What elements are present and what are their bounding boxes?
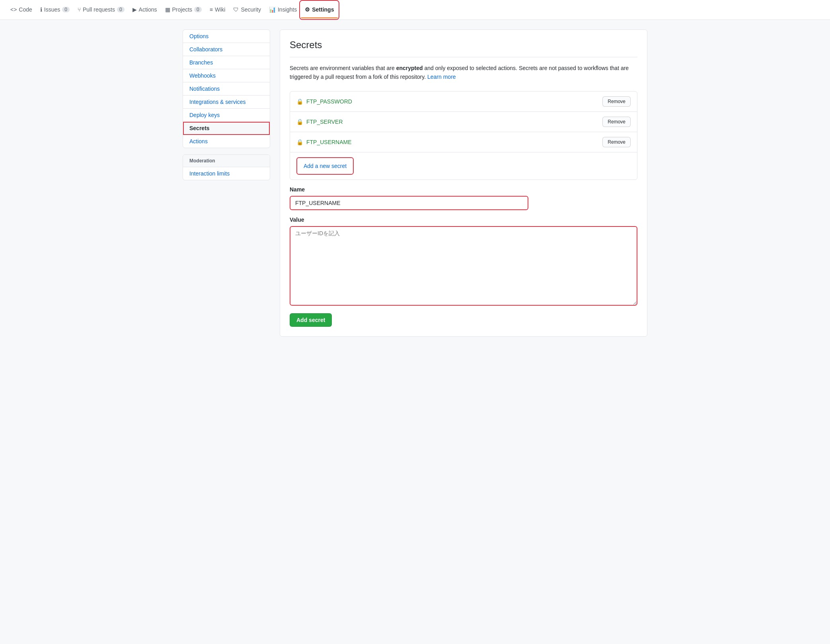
sidebar-item-branches[interactable]: Branches (183, 56, 270, 69)
moderation-header: Moderation (183, 155, 270, 167)
secrets-container: 🔒 FTP_PASSWORD Remove 🔒 FTP_SERVER Remov… (290, 91, 637, 180)
projects-badge: 0 (194, 7, 202, 12)
sidebar-item-integrations[interactable]: Integrations & services (183, 96, 270, 109)
page-title: Secrets (290, 39, 637, 57)
sidebar-item-webhooks[interactable]: Webhooks (183, 69, 270, 82)
secret-name-ftp-server: 🔒 FTP_SERVER (296, 119, 343, 125)
name-field-group: Name (290, 186, 637, 210)
sidebar-item-options[interactable]: Options (183, 30, 270, 43)
issues-icon: ℹ (40, 6, 42, 13)
remove-ftp-username-button[interactable]: Remove (602, 137, 631, 147)
add-secret-button[interactable]: Add secret (290, 313, 332, 327)
desc-text1: Secrets are environment variables that a… (290, 65, 396, 71)
description: Secrets are environment variables that a… (290, 64, 637, 82)
pr-badge: 0 (117, 7, 125, 12)
wiki-icon: ≡ (210, 6, 213, 13)
top-navigation: <> Code ℹ Issues 0 ⑂ Pull requests 0 ▶ A… (0, 0, 830, 20)
pull-request-icon: ⑂ (78, 6, 81, 13)
add-secret-highlighted: Add a new secret (296, 157, 354, 175)
name-label: Name (290, 186, 637, 193)
nav-actions[interactable]: ▶ Actions (129, 2, 161, 18)
sidebar-main-section: Options Collaborators Branches Webhooks … (183, 29, 270, 148)
secret-row-ftp-username: 🔒 FTP_USERNAME Remove (290, 132, 637, 152)
value-field-group: Value (290, 217, 637, 307)
sidebar: Options Collaborators Branches Webhooks … (183, 29, 270, 337)
page-wrapper: Options Collaborators Branches Webhooks … (176, 20, 654, 346)
nav-code[interactable]: <> Code (6, 2, 36, 18)
nav-issues[interactable]: ℹ Issues 0 (36, 2, 74, 18)
nav-settings[interactable]: ⚙ Settings (301, 2, 338, 18)
lock-icon-2: 🔒 (296, 119, 303, 125)
learn-more-link[interactable]: Learn more (427, 74, 456, 80)
sidebar-moderation-section: Moderation Interaction limits (183, 154, 270, 180)
remove-ftp-password-button[interactable]: Remove (602, 96, 631, 107)
secret-name-ftp-password: 🔒 FTP_PASSWORD (296, 98, 352, 105)
add-secret-section: Add a new secret (290, 152, 637, 180)
projects-icon: ▦ (165, 6, 170, 13)
add-new-secret-link[interactable]: Add a new secret (304, 163, 347, 169)
value-label: Value (290, 217, 637, 223)
nav-pull-requests[interactable]: ⑂ Pull requests 0 (74, 2, 129, 18)
security-icon: 🛡 (233, 6, 239, 13)
remove-ftp-server-button[interactable]: Remove (602, 117, 631, 127)
sidebar-item-actions[interactable]: Actions (183, 135, 270, 148)
lock-icon: 🔒 (296, 98, 303, 105)
sidebar-item-secrets[interactable]: Secrets (183, 122, 270, 135)
insights-icon: 📊 (269, 6, 276, 13)
value-textarea[interactable] (290, 226, 637, 306)
secret-form: Name Value Add secret (290, 186, 637, 327)
code-icon: <> (10, 6, 17, 13)
nav-projects[interactable]: ▦ Projects 0 (161, 2, 206, 18)
lock-icon-3: 🔒 (296, 139, 303, 145)
issues-badge: 0 (62, 7, 70, 12)
secret-row-ftp-password: 🔒 FTP_PASSWORD Remove (290, 92, 637, 112)
sidebar-item-interaction-limits[interactable]: Interaction limits (183, 167, 270, 180)
actions-icon: ▶ (132, 6, 137, 13)
nav-wiki[interactable]: ≡ Wiki (206, 2, 230, 18)
sidebar-item-collaborators[interactable]: Collaborators (183, 43, 270, 56)
settings-icon: ⚙ (305, 6, 310, 13)
main-content: Secrets Secrets are environment variable… (280, 29, 647, 337)
desc-bold: encrypted (396, 65, 423, 71)
name-input[interactable] (290, 196, 528, 210)
nav-security[interactable]: 🛡 Security (229, 2, 265, 18)
secret-row-ftp-server: 🔒 FTP_SERVER Remove (290, 112, 637, 132)
sidebar-item-deploy-keys[interactable]: Deploy keys (183, 109, 270, 122)
nav-insights[interactable]: 📊 Insights (265, 2, 301, 18)
sidebar-item-notifications[interactable]: Notifications (183, 82, 270, 96)
secret-name-ftp-username: 🔒 FTP_USERNAME (296, 139, 352, 145)
